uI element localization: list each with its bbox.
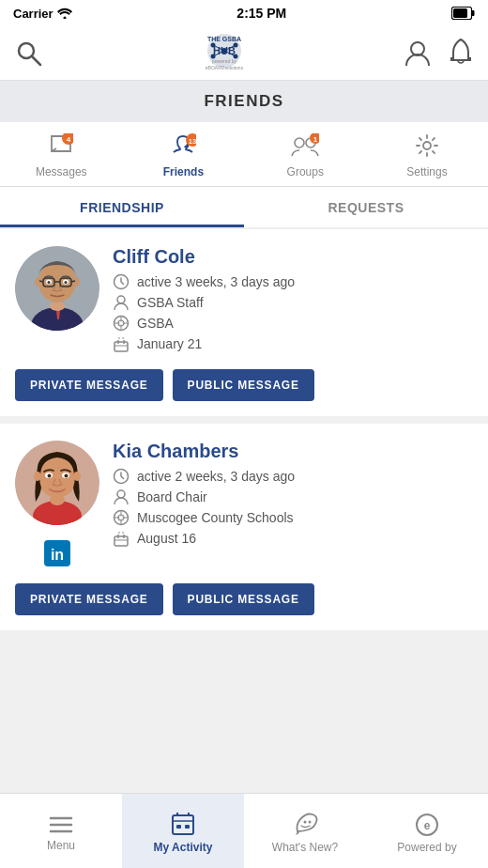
app-header: THE GSBA HUB powered by eBOARDsolutions <box>0 26 488 81</box>
bottom-nav-powered-by[interactable]: e Powered by <box>366 794 488 868</box>
svg-point-87 <box>309 820 312 823</box>
cliff-org-text: GSBA <box>137 316 174 331</box>
carrier-wifi: Carrier <box>13 7 72 21</box>
kia-active-row: active 2 weeks, 3 days ago <box>113 468 473 485</box>
cliff-public-message-button[interactable]: PUBLIC MESSAGE <box>173 369 314 401</box>
bottom-nav-menu[interactable]: Menu <box>0 794 122 868</box>
carrier-label: Carrier <box>13 7 53 21</box>
tab-groups-label: Groups <box>287 165 324 178</box>
cliff-active-text: active 3 weeks, 3 days ago <box>137 274 295 289</box>
linkedin-icon[interactable]: in <box>44 540 70 570</box>
svg-text:13: 13 <box>189 137 196 146</box>
cliff-role-text: GSBA Staff <box>137 295 204 310</box>
svg-text:4: 4 <box>67 135 71 144</box>
card-main-cliff: Cliff Cole active 3 weeks, 3 days ago GS… <box>15 246 473 356</box>
svg-rect-2 <box>472 10 475 16</box>
status-bar: Carrier 2:15 PM <box>0 0 488 26</box>
bottom-nav-menu-label: Menu <box>47 839 75 852</box>
battery-icon <box>451 7 475 20</box>
svg-rect-85 <box>185 825 190 829</box>
kia-private-message-button[interactable]: PRIVATE MESSAGE <box>15 583 163 615</box>
kia-role-text: Board Chair <box>137 489 207 504</box>
org-icon <box>113 315 130 332</box>
cliff-active-row: active 3 weeks, 3 days ago <box>113 273 473 290</box>
kia-bday-text: August 16 <box>137 531 196 546</box>
svg-point-64 <box>65 474 69 478</box>
svg-line-5 <box>32 56 40 65</box>
svg-point-42 <box>48 281 51 284</box>
cliff-bday-row: January 21 <box>113 335 473 352</box>
svg-point-32 <box>50 302 65 311</box>
kia-bday-row: August 16 <box>113 530 473 547</box>
cliff-private-message-button[interactable]: PRIVATE MESSAGE <box>15 369 163 401</box>
svg-point-29 <box>423 142 431 149</box>
groups-icon: 1 <box>291 133 319 163</box>
cliff-role-row: GSBA Staff <box>113 294 473 311</box>
svg-rect-80 <box>173 815 193 834</box>
person-icon-2 <box>113 488 130 505</box>
kia-actions: PRIVATE MESSAGE PUBLIC MESSAGE <box>15 583 473 615</box>
birthday-icon-2 <box>113 530 130 547</box>
messages-icon: 4 <box>49 133 73 163</box>
bell-icon <box>449 38 473 66</box>
svg-point-59 <box>34 472 41 481</box>
svg-text:THE GSBA: THE GSBA <box>207 36 241 42</box>
svg-point-25 <box>295 138 304 147</box>
tab-groups[interactable]: 1 Groups <box>272 130 338 182</box>
profile-icon[interactable] <box>405 39 430 68</box>
svg-point-86 <box>304 820 307 823</box>
svg-text:in: in <box>51 547 64 563</box>
svg-point-44 <box>65 281 68 284</box>
cliff-cole-info: Cliff Cole active 3 weeks, 3 days ago GS… <box>113 246 473 356</box>
bottom-nav-powered-by-label: Powered by <box>397 841 456 854</box>
wifi-icon <box>57 8 72 19</box>
notification-bell-wrapper[interactable] <box>449 38 473 70</box>
cliff-bday-text: January 21 <box>137 336 202 351</box>
birthday-icon <box>113 335 130 352</box>
search-icon[interactable] <box>15 39 43 68</box>
svg-text:eBOARDsolutions: eBOARDsolutions <box>206 65 244 70</box>
app-logo: THE GSBA HUB powered by eBOARDsolutions <box>168 32 281 74</box>
kia-chambers-name: Kia Chambers <box>113 441 473 462</box>
tab-settings[interactable]: Settings <box>394 130 460 182</box>
svg-rect-49 <box>114 342 128 351</box>
friend-card-cliff-cole: Cliff Cole active 3 weeks, 3 days ago GS… <box>0 229 488 424</box>
svg-rect-84 <box>176 825 181 829</box>
svg-rect-3 <box>453 8 467 18</box>
bottom-nav-my-activity[interactable]: My Activity <box>122 794 244 868</box>
powered-by-icon: e <box>414 813 440 837</box>
friend-card-kia-chambers: in Kia Chambers active 2 weeks, 3 days a… <box>0 424 488 638</box>
friends-icon: 13 <box>170 133 196 163</box>
battery-area <box>451 7 475 20</box>
whats-new-icon <box>292 813 318 837</box>
bottom-nav-whats-new-label: What's New? <box>272 841 338 854</box>
cliff-actions: PRIVATE MESSAGE PUBLIC MESSAGE <box>15 369 473 401</box>
hamburger-icon <box>49 814 73 835</box>
subtab-friendship[interactable]: FRIENDSHIP <box>0 187 244 227</box>
nav-tabs: 4 Messages 13 Friends 1 <box>0 122 488 187</box>
settings-icon <box>415 133 439 163</box>
svg-text:e: e <box>424 818 431 831</box>
subtab-requests[interactable]: REQUESTS <box>244 187 488 227</box>
svg-point-20 <box>411 42 424 55</box>
kia-role-row: Board Chair <box>113 488 473 505</box>
tab-friends-label: Friends <box>163 165 204 178</box>
tab-friends[interactable]: 13 Friends <box>150 130 216 182</box>
clock-icon-2 <box>113 468 130 485</box>
avatar-cliff-cole <box>15 246 99 331</box>
avatar-kia-chambers <box>15 441 99 525</box>
tab-messages[interactable]: 4 Messages <box>28 130 95 182</box>
svg-text:HUB: HUB <box>213 45 236 56</box>
svg-rect-71 <box>114 536 128 546</box>
svg-line-40 <box>71 281 75 282</box>
svg-text:1: 1 <box>313 135 318 144</box>
tab-messages-label: Messages <box>36 165 87 178</box>
svg-text:powered by: powered by <box>212 58 236 64</box>
kia-active-text: active 2 weeks, 3 days ago <box>137 469 295 484</box>
bottom-nav-whats-new[interactable]: What's New? <box>244 794 366 868</box>
bottom-nav: Menu My Activity What's New? e Powered b… <box>0 793 488 868</box>
svg-point-60 <box>73 472 81 481</box>
clock-icon <box>113 273 130 290</box>
kia-public-message-button[interactable]: PUBLIC MESSAGE <box>173 583 314 615</box>
kia-org-row: Muscogee County Schools <box>113 509 473 526</box>
